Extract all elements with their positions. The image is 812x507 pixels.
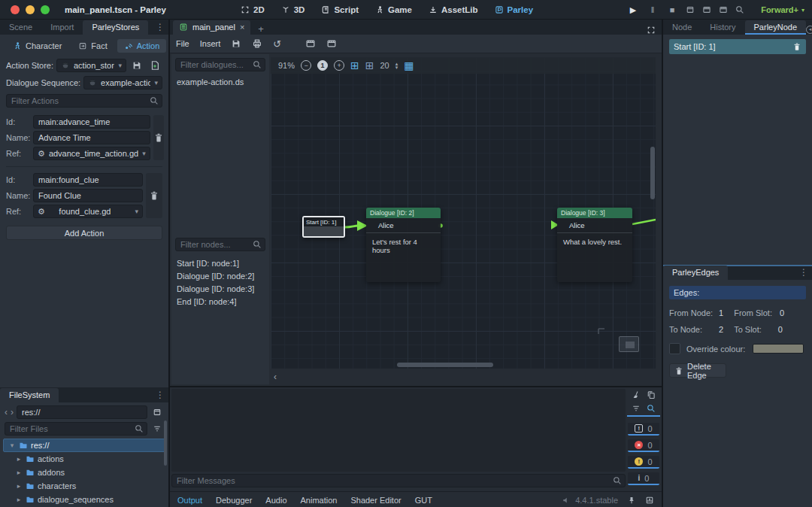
output-log-area[interactable] <box>171 389 626 472</box>
menu-2d[interactable]: 2D <box>241 5 265 14</box>
save-dialogue-icon[interactable] <box>231 38 241 49</box>
menu-game[interactable]: Game <box>375 5 412 14</box>
store-tab-fact[interactable]: Fact <box>71 39 114 53</box>
expand-panel-icon[interactable] <box>645 496 654 505</box>
store-tab-action[interactable]: Action <box>117 39 167 53</box>
filter-errors-button[interactable]: × 0 <box>628 439 659 452</box>
search-output-icon[interactable] <box>647 404 656 413</box>
dialogue-file-item[interactable]: example-action.ds <box>175 71 265 93</box>
distraction-free-icon[interactable] <box>647 26 656 35</box>
menu-script[interactable]: Script <box>321 5 359 14</box>
statusbar-tab-animation[interactable]: Animation <box>301 496 338 505</box>
action-name-field[interactable] <box>33 131 150 144</box>
colour-swatch[interactable] <box>753 344 804 354</box>
node-list-item[interactable]: Start [ID: node:1] <box>177 257 264 270</box>
statusbar-tab-output[interactable]: Output <box>177 496 202 505</box>
dock-menu-icon[interactable]: ⋮ <box>156 22 168 35</box>
new-tab-button[interactable]: + <box>258 23 264 35</box>
collapse-side-panel-icon[interactable]: ‹ <box>274 372 277 382</box>
statusbar-tab-shader-editor[interactable]: Shader Editor <box>350 496 401 505</box>
test-dialogue-from-node-icon[interactable] <box>326 38 337 49</box>
pin-panel-icon[interactable] <box>627 496 636 505</box>
add-action-button[interactable]: Add Action <box>6 226 162 240</box>
tab-import[interactable]: Import <box>41 20 83 35</box>
zoom-in-button[interactable]: + <box>334 60 344 71</box>
movie-maker-icon[interactable] <box>735 5 744 14</box>
remote-debug-icon[interactable] <box>686 5 695 14</box>
close-icon[interactable]: × <box>240 23 244 32</box>
expand-icon[interactable]: ▸ <box>15 496 23 503</box>
expand-icon[interactable]: ▸ <box>15 455 23 463</box>
selected-node-header[interactable]: Start [ID: 1] <box>669 39 806 54</box>
minimize-window-button[interactable] <box>26 5 35 14</box>
nav-forward-icon[interactable]: › <box>11 407 14 417</box>
path-input[interactable] <box>17 405 147 419</box>
play-button[interactable]: ▶ <box>627 5 639 15</box>
filter-dialogues-input[interactable] <box>175 58 265 71</box>
close-window-button[interactable] <box>11 5 20 14</box>
sort-files-button[interactable] <box>150 422 164 436</box>
insert-menu[interactable]: Insert <box>200 39 221 48</box>
trash-icon[interactable] <box>792 42 801 51</box>
test-dialogue-icon[interactable] <box>305 38 316 49</box>
graph-canvas[interactable]: 91% − 1 + ⊞ ⊞ 20 ▴▾ ▦ Start [ID: 1] Dial… <box>271 57 656 369</box>
override-colour-checkbox[interactable] <box>669 343 680 354</box>
tab-history[interactable]: History <box>701 20 744 35</box>
new-store-button[interactable] <box>147 59 162 72</box>
tab-scene[interactable]: Scene <box>0 20 41 35</box>
node-list-item[interactable]: Dialogue [ID: node:3] <box>177 283 264 296</box>
tab-filesystem[interactable]: FileSystem <box>0 388 59 402</box>
action-id-field[interactable] <box>33 173 143 187</box>
zoom-reset-button[interactable]: 1 <box>317 60 328 71</box>
store-tab-character[interactable]: Character <box>6 39 68 53</box>
toggle-split-button[interactable] <box>150 405 164 419</box>
tree-item-actions[interactable]: ▸ actions <box>3 452 165 466</box>
tab-node[interactable]: Node <box>663 20 701 35</box>
refresh-icon[interactable]: ↺ <box>273 39 281 49</box>
tree-item-dialogue-sequences[interactable]: ▸ dialogue_sequences <box>3 493 165 506</box>
renderer-select[interactable]: Forward+ ▾ <box>761 0 804 20</box>
action-id-field[interactable] <box>33 115 150 129</box>
tab-main-panel[interactable]: main_panel × <box>173 20 250 35</box>
copy-output-icon[interactable] <box>647 390 656 399</box>
delete-action-button[interactable] <box>153 115 164 160</box>
tree-item-root[interactable]: ▾ res:// <box>3 439 165 452</box>
expand-icon[interactable]: ▸ <box>15 469 23 476</box>
file-menu[interactable]: File <box>176 39 189 48</box>
pause-button[interactable]: ‖ <box>647 5 659 14</box>
graph-node-start[interactable]: Start [ID: 1] <box>302 216 345 238</box>
filter-actions-input[interactable] <box>6 94 162 108</box>
filter-nodes-input[interactable] <box>175 238 265 251</box>
delete-edge-button[interactable]: Delete Edge <box>669 363 726 378</box>
zoom-out-button[interactable]: − <box>301 60 311 71</box>
statusbar-tab-audio[interactable]: Audio <box>265 496 286 505</box>
action-store-dropdown[interactable]: action_store.tre ▾ <box>56 59 126 72</box>
action-name-field[interactable] <box>33 189 143 202</box>
filter-messages-input[interactable] <box>171 474 626 487</box>
dialogue-sequence-dropdown[interactable]: example-action.ds ▾ <box>83 76 162 90</box>
play-scene-button[interactable] <box>702 5 711 14</box>
tab-parleynode[interactable]: ParleyNode <box>745 20 806 35</box>
tab-parleyedges[interactable]: ParleyEdges <box>663 266 728 280</box>
node-list-item[interactable]: End [ID: node:4] <box>177 296 264 308</box>
history-back-icon[interactable]: ◂ <box>806 26 812 34</box>
nav-back-icon[interactable]: ‹ <box>5 407 8 417</box>
mute-icon[interactable] <box>562 496 571 505</box>
collapse-icon[interactable]: ▾ <box>8 442 16 449</box>
stop-button[interactable]: ■ <box>666 5 678 14</box>
dock-menu-icon[interactable]: ⋮ <box>799 267 812 280</box>
graph-node-dialogue-2[interactable]: Dialogue [ID: 2] Alice Let's rest for 4 … <box>366 208 441 282</box>
print-icon[interactable] <box>252 38 262 49</box>
graph-hscrollbar[interactable] <box>271 363 656 367</box>
tree-item-addons[interactable]: ▸ addons <box>3 466 165 479</box>
statusbar-tab-gut[interactable]: GUT <box>415 496 432 505</box>
filesystem-scrollbar[interactable] <box>164 420 167 466</box>
tree-item-characters[interactable]: ▸ characters <box>3 479 165 493</box>
graph-vscrollbar[interactable] <box>650 57 655 369</box>
filter-files-input[interactable] <box>5 422 147 436</box>
filter-all-button[interactable]: ! 0 <box>628 423 659 436</box>
tab-parleystores[interactable]: ParleyStores <box>83 20 148 35</box>
filter-warnings-button[interactable]: ! 0 <box>628 456 659 469</box>
menu-assetlib[interactable]: AssetLib <box>429 5 478 14</box>
clear-output-icon[interactable] <box>632 390 641 399</box>
